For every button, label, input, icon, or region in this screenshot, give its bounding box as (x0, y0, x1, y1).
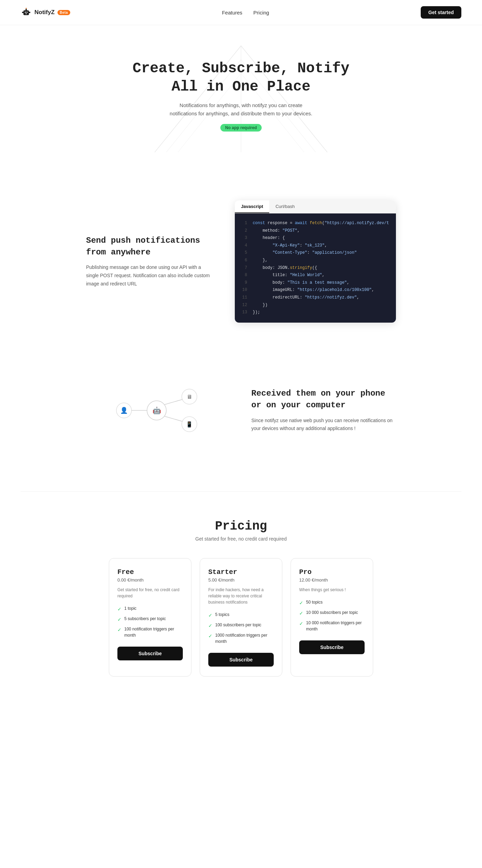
plan-starter-feature-1: ✓ 5 topics (208, 611, 274, 619)
feature2-text: Received them on your phone or on your c… (251, 388, 396, 433)
plan-free-feature-3: ✓ 100 notification triggers per month (117, 626, 183, 638)
code-line-9: 9 body: "This is a test message", (242, 279, 389, 287)
feature1-text: Send push notifications from anywhere Pu… (86, 235, 214, 288)
plan-free-feature-1: ✓ 1 topic (117, 605, 183, 613)
svg-rect-1 (25, 12, 26, 13)
hero-section: Create, Subscribe, Notify All in One Pla… (0, 25, 482, 152)
feature1-visual: Javascript Curl/bash 1const response = a… (235, 200, 396, 323)
feature-row-1: Send push notifications from anywhere Pu… (86, 180, 396, 343)
plan-free-price: 0.00 €/month (117, 577, 183, 583)
code-body: 1const response = await fetch("https://a… (235, 213, 396, 323)
code-line-3: 3 header: { (242, 234, 389, 242)
logo-icon (21, 7, 32, 18)
logo: NotifyZ Beta (21, 7, 70, 18)
feature2-visual: 👤 🤖 🖥 📱 (86, 378, 231, 443)
pricing-subtitle: Get started for free, no credit card req… (21, 536, 461, 542)
check-icon: ✓ (299, 599, 303, 607)
hero-title: Create, Subscribe, Notify All in One Pla… (14, 60, 468, 96)
tab-curlbash[interactable]: Curl/bash (269, 200, 301, 213)
pricing-section: Pricing Get started for free, no credit … (0, 492, 482, 704)
tab-javascript[interactable]: Javascript (235, 200, 269, 213)
subscribe-starter-button[interactable]: Subscribe (208, 653, 274, 667)
hero-description: Notifications for anythings, with notify… (165, 101, 317, 118)
code-line-5: 5 "Content-Type": "application/json" (242, 249, 389, 257)
svg-text:👤: 👤 (120, 407, 128, 414)
plan-pro-feature-3: ✓ 10 000 notification triggers per month (299, 620, 365, 632)
pricing-card-starter: Starter 5.00 €/month For indie hackers, … (200, 558, 282, 677)
check-icon: ✓ (117, 606, 122, 613)
plan-free-desc: Get started for free, no credit card req… (117, 587, 183, 599)
check-icon: ✓ (208, 632, 212, 640)
code-line-1: 1const response = await fetch("https://a… (242, 220, 389, 227)
plan-free-feature-2: ✓ 5 subscribers per topic (117, 616, 183, 623)
plan-pro-desc: When things get serious ! (299, 587, 365, 593)
feature2-description: Since notifyz use native web push you ca… (251, 417, 396, 433)
code-line-13: 13}); (242, 309, 389, 316)
nav-features[interactable]: Features (222, 10, 242, 15)
diagram-svg: 👤 🤖 🖥 📱 (110, 385, 207, 436)
svg-line-23 (165, 399, 182, 405)
svg-rect-3 (25, 13, 27, 14)
code-line-4: 4 "X-Api-Key": "sk_123", (242, 242, 389, 250)
plan-starter-price: 5.00 €/month (208, 577, 274, 583)
check-icon: ✓ (117, 626, 122, 634)
svg-line-24 (165, 416, 182, 421)
svg-text:🖥: 🖥 (187, 394, 192, 400)
check-icon: ✓ (208, 612, 212, 619)
code-line-6: 6 }, (242, 257, 389, 264)
plan-pro-features: ✓ 50 topics ✓ 10 000 subscribers per top… (299, 599, 365, 632)
check-icon: ✓ (117, 616, 122, 623)
plan-pro-feature-2: ✓ 10 000 subscribers per topic (299, 609, 365, 617)
feature1-description: Publishing message can be done using our… (86, 263, 214, 288)
code-line-7: 7 body: JSON.stringify({ (242, 264, 389, 272)
device-diagram: 👤 🤖 🖥 📱 (86, 378, 231, 443)
code-tabs: Javascript Curl/bash (235, 200, 396, 213)
features-section: Send push notifications from anywhere Pu… (0, 152, 482, 491)
svg-rect-8 (29, 12, 30, 13)
subscribe-pro-button[interactable]: Subscribe (299, 640, 365, 654)
feature2-title: Received them on your phone or on your c… (251, 388, 396, 411)
code-line-11: 11 redirectURL: "https://notifyz.dev", (242, 294, 389, 302)
plan-starter-desc: For indie hackers, how need a reliable w… (208, 587, 274, 605)
plan-pro-name: Pro (299, 568, 365, 576)
svg-text:🤖: 🤖 (153, 406, 161, 415)
plan-starter-feature-2: ✓ 100 subscribers per topic (208, 622, 274, 629)
check-icon: ✓ (299, 610, 303, 617)
pricing-title: Pricing (21, 519, 461, 533)
code-block: Javascript Curl/bash 1const response = a… (235, 200, 396, 323)
svg-rect-7 (22, 12, 23, 13)
get-started-button[interactable]: Get started (421, 6, 461, 19)
plan-pro-price: 12.00 €/month (299, 577, 365, 583)
code-line-8: 8 title: "Hello World", (242, 272, 389, 279)
svg-rect-0 (23, 10, 29, 15)
svg-point-6 (26, 8, 27, 9)
plan-starter-feature-3: ✓ 1000 notification triggers per month (208, 632, 274, 645)
logo-text: NotifyZ (34, 9, 55, 16)
plan-starter-name: Starter (208, 568, 274, 576)
nav-links: Features Pricing (222, 10, 269, 15)
plan-free-name: Free (117, 568, 183, 576)
no-app-badge: No app required (220, 124, 262, 132)
check-icon: ✓ (208, 622, 212, 629)
pricing-cards: Free 0.00 €/month Get started for free, … (21, 558, 461, 677)
feature-row-2: Received them on your phone or on your c… (86, 357, 396, 464)
code-line-2: 2 method: "POST", (242, 227, 389, 235)
code-line-10: 10 imageURL: "https://placehold.co/100x1… (242, 286, 389, 294)
code-line-12: 12 }) (242, 302, 389, 309)
svg-rect-2 (27, 12, 28, 13)
pricing-card-pro: Pro 12.00 €/month When things get seriou… (291, 558, 373, 677)
pricing-card-free: Free 0.00 €/month Get started for free, … (109, 558, 191, 677)
plan-free-features: ✓ 1 topic ✓ 5 subscribers per topic ✓ 10… (117, 605, 183, 638)
beta-badge: Beta (57, 10, 71, 15)
feature1-title: Send push notifications from anywhere (86, 235, 214, 258)
plan-starter-features: ✓ 5 topics ✓ 100 subscribers per topic ✓… (208, 611, 274, 645)
plan-pro-feature-1: ✓ 50 topics (299, 599, 365, 607)
subscribe-free-button[interactable]: Subscribe (117, 647, 183, 660)
navbar: NotifyZ Beta Features Pricing Get starte… (0, 0, 482, 25)
check-icon: ✓ (299, 620, 303, 627)
svg-text:📱: 📱 (186, 421, 193, 428)
nav-pricing[interactable]: Pricing (253, 10, 269, 15)
